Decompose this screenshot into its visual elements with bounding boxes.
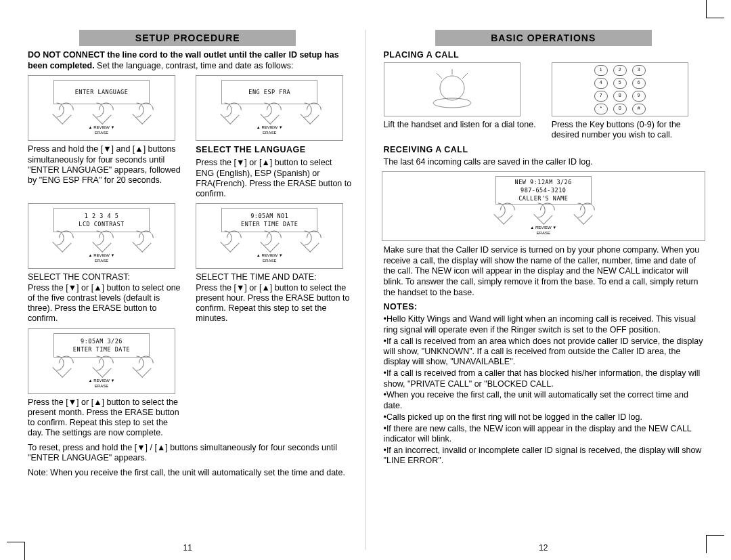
step4: 9:05AM NO1 ENTER TIME DATE ▲ REVIEW ▼ ER… (196, 203, 351, 324)
keypad-button: * (594, 104, 608, 114)
heart-button-icon (132, 234, 151, 253)
lcd-line1: NEW 9:12AM 3/26 (496, 179, 591, 186)
svg-line-4 (462, 73, 468, 79)
erase-label: ERASE (202, 259, 337, 263)
lcd-line2: ENTER TIME DATE (54, 346, 149, 353)
receiving-device-illustration: NEW 9:12AM 3/26 987-654-3210 CALLER'S NA… (382, 171, 705, 241)
svg-line-3 (437, 73, 442, 79)
device-illustration: 1 2 3 4 5 LCD CONTRAST ▲ REVIEW ▼ ERASE (28, 203, 175, 269)
keypad-illustration: 1 2 3 4 5 6 7 8 9 * (552, 62, 688, 116)
keypad-row: 4 5 6 (594, 78, 646, 89)
erase-label: ERASE (34, 384, 169, 388)
heart-button-icon (52, 106, 71, 125)
note-item: If a call is received from an area which… (384, 337, 704, 368)
keypad-row: 7 8 9 (594, 91, 646, 102)
device-illustration: ENG ESP FRA ▲ REVIEW ▼ ERASE (196, 75, 343, 141)
lcd-screen: 9:05AM 3/26 ENTER TIME DATE (53, 333, 150, 358)
review-label: ▲ REVIEW ▼ (202, 253, 337, 257)
note-item: If there are new calls, the NEW icon wil… (384, 424, 704, 445)
device-illustration: ENTER LANGUAGE ▲ REVIEW ▼ ERASE (28, 75, 175, 141)
setup-intro-rest: Set the language, contrast, time and dat… (95, 61, 294, 70)
step4-caption: SELECT THE TIME AND DATE: Press the [▼] … (196, 272, 351, 324)
review-label: ▲ REVIEW ▼ (388, 225, 699, 230)
keypad-button: 6 (632, 78, 646, 89)
note-item: Calls picked up on the first ring will n… (384, 412, 704, 423)
page-number-right: 12 (366, 543, 722, 553)
device-illustration: 9:05AM NO1 ENTER TIME DATE ▲ REVIEW ▼ ER… (196, 203, 343, 269)
placing-call-head: PLACING A CALL (384, 50, 708, 60)
heart-button-icon (92, 358, 111, 377)
page-left: SETUP PROCEDURE DO NOT CONNECT the line … (10, 30, 366, 550)
erase-label: ERASE (34, 259, 169, 263)
keypad-button: 2 (613, 65, 627, 76)
receiving-call-head: RECEIVING A CALL (384, 145, 708, 154)
step1-caption: Press and hold the [▼] and [▲] buttons s… (28, 144, 183, 186)
receiving-paragraph: Make sure that the Caller ID service is … (384, 245, 704, 298)
heart-button-icon (132, 358, 151, 377)
note-item: If an incorrect, invalid or incomplete c… (384, 446, 704, 467)
keypad-button: 4 (594, 78, 608, 89)
keypad-button: # (632, 104, 646, 114)
lcd-screen: 9:05AM NO1 ENTER TIME DATE (221, 208, 317, 232)
step2-subhead: SELECT THE LANGUAGE (196, 145, 351, 154)
notes-head: NOTES: (384, 302, 708, 311)
heart-button-icon (220, 234, 239, 253)
heart-button-icon (494, 205, 513, 224)
lcd-line1: 9:05AM NO1 (222, 213, 317, 219)
heart-button-icon (132, 106, 151, 125)
lcd-line2: ENTER TIME DATE (222, 221, 317, 228)
lcd-line1: 1 2 3 4 5 (54, 213, 149, 219)
handset-illustration (384, 62, 520, 116)
page-right: BASIC OPERATIONS PLACING A CALL Lift the… (366, 30, 722, 550)
lcd-screen: 1 2 3 4 5 LCD CONTRAST (53, 208, 150, 232)
step5: 9:05AM 3/26 ENTER TIME DATE ▲ REVIEW ▼ E… (28, 328, 183, 439)
keypad-button: 9 (632, 91, 646, 102)
heart-button-icon (92, 106, 111, 125)
heart-button-icon (92, 234, 111, 253)
heart-button-icon (260, 234, 279, 253)
placing-handset-caption: Lift the handset and listen for a dial t… (384, 120, 539, 130)
placing-keypad: 1 2 3 4 5 6 7 8 9 * (552, 62, 707, 141)
review-label: ▲ REVIEW ▼ (34, 253, 169, 257)
lcd-line1: 9:05AM 3/26 (54, 338, 149, 345)
lcd-screen: ENTER LANGUAGE (53, 80, 150, 104)
placing-keypad-caption: Press the Key buttons (0-9) for the desi… (552, 120, 707, 141)
lcd-line2: 987-654-3210 (496, 187, 591, 194)
device-illustration: 9:05AM 3/26 ENTER TIME DATE ▲ REVIEW ▼ E… (28, 328, 175, 394)
receiving-intro: The last 64 incoming calls are saved in … (384, 157, 704, 168)
step2: ENG ESP FRA ▲ REVIEW ▼ ERASE SELECT THE … (196, 75, 351, 199)
keypad-button: 0 (613, 104, 627, 114)
reset-note: Note: When you receive the first call, t… (28, 468, 348, 479)
heart-button-icon (220, 106, 239, 125)
lcd-line1: ENG ESP FRA (222, 89, 317, 95)
setup-intro: DO NOT CONNECT the line cord to the wall… (28, 50, 348, 71)
setup-procedure-header: SETUP PROCEDURE (79, 30, 296, 46)
keypad-button: 8 (613, 91, 627, 102)
review-label: ▲ REVIEW ▼ (34, 379, 169, 383)
note-item: If a call is received from a caller that… (384, 368, 704, 389)
keypad-row: * 0 # (594, 104, 646, 114)
crop-mark-tr (706, 0, 724, 18)
page-number-left: 11 (10, 543, 366, 553)
keypad-button: 7 (594, 91, 608, 102)
notes-list: Hello Kitty Wings and Wand will light wh… (384, 314, 704, 466)
review-label: ▲ REVIEW ▼ (202, 125, 337, 129)
reset-instruction: To reset, press and hold the [▼] / [▲] b… (28, 443, 348, 464)
erase-label: ERASE (202, 131, 337, 135)
step3-subhead: SELECT THE CONTRAST: (28, 272, 130, 282)
step3: 1 2 3 4 5 LCD CONTRAST ▲ REVIEW ▼ ERASE … (28, 203, 183, 324)
step1: ENTER LANGUAGE ▲ REVIEW ▼ ERASE Press an… (28, 75, 183, 199)
step5-caption: Press the [▼] or [▲] button to select th… (28, 397, 183, 439)
keypad-button: 5 (613, 78, 627, 89)
heart-button-icon (574, 205, 593, 224)
erase-label: ERASE (34, 131, 169, 135)
lcd-line2: LCD CONTRAST (54, 221, 149, 228)
placing-handset: Lift the handset and listen for a dial t… (384, 62, 539, 141)
lcd-screen: NEW 9:12AM 3/26 987-654-3210 CALLER'S NA… (495, 176, 592, 204)
step4-caption-body: Press the [▼] or [▲] button to select th… (196, 283, 349, 324)
note-item: Hello Kitty Wings and Wand will light wh… (384, 314, 704, 335)
lcd-line3: CALLER'S NAME (496, 195, 591, 202)
note-item: When you receive the first call, the uni… (384, 390, 704, 411)
step4-subhead: SELECT THE TIME AND DATE: (196, 272, 316, 282)
keypad-button: 1 (594, 65, 608, 76)
